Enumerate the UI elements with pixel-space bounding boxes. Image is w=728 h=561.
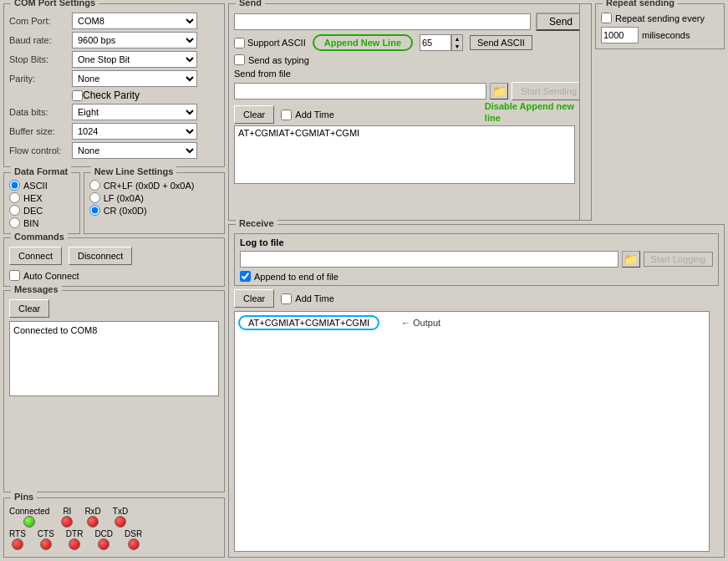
browse-file-button[interactable]: 📁 (490, 83, 508, 99)
support-ascii-label: Support ASCII (247, 38, 306, 48)
crlf-radio[interactable] (89, 180, 100, 191)
buffer-size-label: Buffer size: (9, 126, 72, 136)
pin-connected-led (23, 516, 35, 528)
send-history: AT+CGMIAT+CGMIAT+CGMI (234, 125, 586, 184)
repeat-sending-title: Repeat sending (603, 0, 678, 8)
pin-connected: Connected (9, 507, 49, 528)
auto-connect-checkbox[interactable] (9, 270, 20, 281)
repeat-sending-checkbox[interactable] (601, 13, 612, 23)
send-group: Send AT+CGMI Send Support ASCII Append N… (228, 3, 592, 221)
pin-ri-led (61, 516, 73, 528)
com-port-select[interactable]: COM8 (72, 13, 197, 29)
commands-title: Commands (11, 232, 68, 242)
receive-output: AT+CGMIAT+CGMIAT+CGMI (234, 311, 719, 552)
cr-radio[interactable] (89, 205, 100, 216)
send-as-typing-checkbox[interactable] (234, 54, 245, 65)
ms-label: miliseconds (642, 30, 690, 40)
receive-add-time-label: Add Time (295, 293, 333, 303)
stop-bits-label: Stop Bits: (9, 54, 72, 64)
repeat-sending-group: Repeat sending Repeat sending every mili… (595, 3, 725, 49)
new-line-settings-group: New Line Settings CR+LF (0x0D + 0x0A) LF… (84, 172, 225, 234)
log-file-input[interactable] (240, 251, 619, 268)
send-clear-button[interactable]: Clear (234, 105, 274, 124)
start-sending-button[interactable]: Start Sending (512, 82, 586, 100)
parity-select[interactable]: None (72, 70, 197, 87)
send-input[interactable]: AT+CGMI (234, 13, 531, 30)
send-add-time-checkbox[interactable] (281, 110, 292, 120)
pins-group: Pins Connected RI RxD (3, 497, 225, 558)
check-parity-label: Check Parity (83, 89, 140, 101)
messages-clear-button[interactable]: Clear (9, 299, 49, 318)
pin-rxd-led (87, 516, 99, 528)
crlf-label: CR+LF (0x0D + 0x0A) (104, 181, 195, 191)
dec-label: DEC (23, 206, 43, 216)
send-ascii-button[interactable]: Send ASCII (470, 35, 532, 50)
ascii-value-input[interactable] (420, 34, 451, 51)
pins-title: Pins (11, 492, 37, 502)
pin-dtr: DTR (66, 529, 84, 550)
start-logging-button[interactable]: Start Logging (644, 252, 713, 267)
pin-dcd-led (98, 538, 109, 550)
receive-group: Receive Log to file 📁 Start Logging Appe (228, 224, 725, 558)
messages-content: Connected to COM8 (9, 321, 219, 396)
lf-label: LF (0x0A) (104, 193, 144, 203)
new-line-title: New Line Settings (91, 166, 177, 176)
send-history-text: AT+CGMIAT+CGMIAT+CGMI (238, 128, 359, 138)
pin-cts: CTS (38, 529, 54, 550)
send-area-scrollbar[interactable] (579, 4, 591, 220)
receive-scrollbar[interactable] (709, 311, 720, 552)
receive-output-text: AT+CGMIAT+CGMIAT+CGMI (238, 315, 379, 330)
ascii-spin-up[interactable]: ▲ (452, 35, 462, 43)
dec-radio[interactable] (9, 205, 20, 216)
com-port-label: Com Port: (9, 16, 72, 26)
pin-rxd: RxD (84, 507, 100, 528)
com-port-settings: COM Port Settings Com Port: COM8 Baud ra… (3, 3, 225, 167)
hex-radio[interactable] (9, 192, 20, 203)
data-bits-label: Data bits: (9, 107, 72, 117)
bin-radio[interactable] (9, 217, 20, 228)
stop-bits-select[interactable]: One Stop Bit (72, 51, 197, 68)
send-title: Send (236, 0, 265, 8)
repeat-sending-label: Repeat sending every (615, 13, 705, 23)
hex-label: HEX (23, 193, 43, 203)
disconnect-button[interactable]: Disconnect (69, 247, 132, 265)
data-bits-select[interactable]: Eight (72, 104, 197, 120)
lf-radio[interactable] (89, 192, 100, 203)
append-new-line-button[interactable]: Append New Line (313, 34, 413, 51)
support-ascii-checkbox[interactable] (234, 38, 245, 48)
send-as-typing-label: Send as typing (248, 55, 309, 65)
pin-dsr-led (128, 538, 140, 550)
pin-txd: TxD (113, 507, 128, 528)
receive-clear-button[interactable]: Clear (234, 289, 274, 308)
com-port-title: COM Port Settings (11, 0, 99, 8)
ascii-radio[interactable] (9, 180, 20, 191)
flow-control-label: Flow control: (9, 145, 72, 156)
log-title: Log to file (240, 237, 713, 247)
pin-rts: RTS (9, 529, 26, 550)
pin-cts-led (40, 538, 52, 550)
ascii-spin-down[interactable]: ▼ (452, 43, 462, 50)
pin-txd-led (115, 516, 126, 528)
buffer-size-select[interactable]: 1024 (72, 123, 197, 140)
pin-dsr: DSR (125, 529, 142, 550)
commands-group: Commands Connect Disconnect Auto Connect (3, 237, 225, 287)
ascii-label: ASCII (23, 181, 48, 191)
data-format-group: Data Format ASCII HEX DEC (3, 172, 80, 234)
pin-dcd: DCD (94, 529, 113, 550)
flow-control-select[interactable]: None (72, 142, 197, 159)
cr-label: CR (0x0D) (104, 206, 147, 216)
append-end-file-label: Append to end of file (254, 272, 339, 282)
repeat-ms-input[interactable] (601, 27, 639, 43)
send-from-file-label: Send from file (234, 69, 291, 79)
pin-dtr-led (69, 538, 80, 550)
receive-add-time-checkbox[interactable] (281, 293, 292, 304)
check-parity-checkbox[interactable] (72, 90, 83, 101)
pin-rts-led (12, 538, 23, 550)
browse-log-button[interactable]: 📁 (622, 251, 640, 268)
append-end-file-checkbox[interactable] (240, 271, 251, 282)
log-to-file-group: Log to file 📁 Start Logging Append to en… (234, 233, 719, 286)
send-button[interactable]: Send (536, 13, 586, 31)
connect-button[interactable]: Connect (9, 247, 62, 265)
baud-rate-select[interactable]: 9600 bps (72, 32, 197, 48)
send-file-input[interactable] (234, 83, 486, 99)
